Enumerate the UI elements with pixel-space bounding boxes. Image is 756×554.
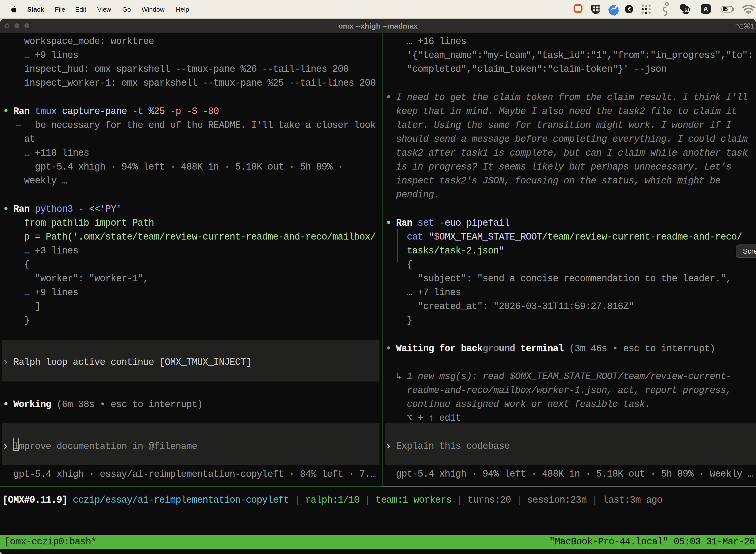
svg-text:..61: ..61 xyxy=(682,7,690,13)
svg-text:A: A xyxy=(703,5,708,13)
